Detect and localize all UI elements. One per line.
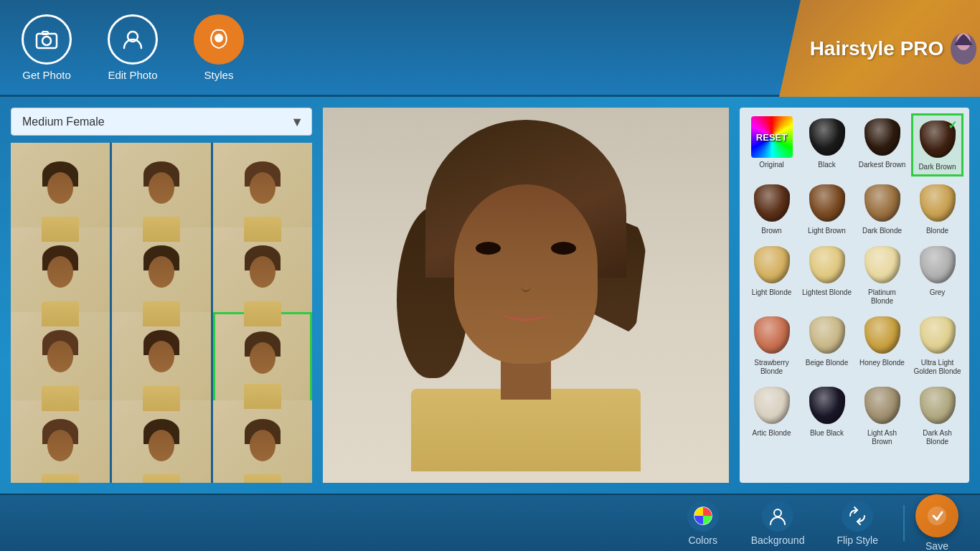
- reset-text: RESET: [756, 132, 787, 143]
- nav-styles[interactable]: Styles: [194, 14, 244, 81]
- color-name-honey-blonde: Honey Blonde: [859, 359, 905, 367]
- color-name-artic-blonde: Artic Blonde: [753, 429, 791, 438]
- color-item-blue-black[interactable]: Blue Black: [801, 382, 853, 449]
- color-name-brown: Brown: [761, 227, 781, 235]
- color-item-original[interactable]: RESETOriginal: [745, 113, 798, 176]
- hair-shape-beige-blonde: [809, 316, 845, 354]
- hair-shape-blonde: [920, 184, 956, 222]
- color-name-ultra-light-golden-blonde: Ultra Light Golden Blonde: [913, 359, 962, 376]
- color-name-black: Black: [818, 161, 835, 169]
- color-item-blonde[interactable]: Blonde: [911, 179, 963, 238]
- bottom-divider: [903, 505, 905, 541]
- nav-get-photo[interactable]: Get Photo: [22, 14, 72, 81]
- color-swatch-beige-blonde: [806, 314, 848, 356]
- colors-label: Colors: [688, 534, 717, 546]
- color-item-artic-blonde[interactable]: Artic Blonde: [745, 382, 798, 449]
- color-swatch-lightest-blonde: [806, 244, 848, 286]
- save-label: Save: [925, 540, 948, 551]
- color-item-dark-brown[interactable]: ✓Dark Brown: [911, 113, 963, 176]
- styles-label: Styles: [204, 69, 234, 81]
- color-item-dark-ash-blonde[interactable]: Dark Ash Blonde: [911, 382, 963, 449]
- top-navigation: Get Photo Edit Photo Styles Hairstyle PR…: [0, 0, 980, 97]
- color-item-light-brown[interactable]: Light Brown: [801, 179, 853, 238]
- color-swatch-grey: [917, 244, 958, 286]
- style-item-66[interactable]: 66: [213, 400, 312, 483]
- style-item-61[interactable]: 61: [11, 312, 110, 411]
- color-item-dark-blonde[interactable]: Dark Blonde: [856, 179, 908, 238]
- color-swatch-strawberry-blonde: [751, 314, 793, 356]
- hair-shape-strawberry-blonde: [754, 316, 790, 354]
- flip-style-icon: [842, 500, 873, 532]
- color-name-strawberry-blonde: Strawberry Blonde: [747, 359, 796, 376]
- color-name-beige-blonde: Beige Blonde: [806, 359, 849, 367]
- color-item-grey[interactable]: Grey: [911, 241, 963, 309]
- hair-shape-lightest-blonde: [809, 246, 845, 283]
- color-item-platinum-blonde[interactable]: Platinum Blonde: [856, 241, 908, 309]
- hair-shape-light-brown: [809, 184, 845, 222]
- hair-shape-blue-black: [809, 387, 845, 424]
- color-selected-check-icon: ✓: [948, 118, 957, 132]
- hair-shape-artic-blonde: [754, 387, 790, 424]
- color-swatch-light-brown: [806, 182, 848, 224]
- app-title: Hairstyle PRO: [810, 37, 944, 60]
- color-item-ultra-light-golden-blonde[interactable]: Ultra Light Golden Blonde: [911, 311, 963, 379]
- color-name-dark-blonde: Dark Blonde: [862, 227, 902, 235]
- style-item-64[interactable]: 64: [11, 400, 110, 483]
- save-button[interactable]: [915, 494, 958, 537]
- colors-button[interactable]: Colors: [673, 494, 733, 551]
- nav-edit-photo[interactable]: Edit Photo: [108, 14, 158, 81]
- color-item-darkest-brown[interactable]: Darkest Brown: [856, 113, 908, 176]
- style-grid: 5556575859606162✓646566: [11, 143, 312, 483]
- background-icon: [762, 500, 793, 532]
- color-name-grey: Grey: [930, 288, 946, 297]
- color-name-light-ash-brown: Light Ash Brown: [857, 429, 907, 446]
- style-item-62[interactable]: 62: [112, 312, 211, 411]
- color-item-black[interactable]: Black: [801, 113, 853, 176]
- color-name-light-blonde: Light Blonde: [752, 288, 792, 297]
- reset-swatch: RESET: [751, 116, 793, 158]
- styles-panel: Medium Female Short Female Long Female S…: [11, 108, 312, 483]
- hair-shape-darkest-brown: [864, 118, 900, 156]
- app-logo: Hairstyle PRO: [779, 0, 980, 97]
- color-panel: RESETOriginalBlackDarkest Brown✓Dark Bro…: [740, 108, 969, 483]
- color-item-lightest-blonde[interactable]: Lightest Blonde: [801, 241, 853, 309]
- color-item-light-blonde[interactable]: Light Blonde: [745, 241, 798, 309]
- color-swatch-blonde: [917, 182, 958, 224]
- color-swatch-darkest-brown: [862, 116, 903, 158]
- color-item-honey-blonde[interactable]: Honey Blonde: [856, 311, 908, 379]
- color-item-light-ash-brown[interactable]: Light Ash Brown: [856, 382, 908, 449]
- flip-style-label: Flip Style: [837, 534, 878, 546]
- color-name-blonde: Blonde: [926, 227, 948, 235]
- color-swatch-platinum-blonde: [862, 244, 903, 286]
- color-swatch-light-blonde: [751, 244, 793, 286]
- flip-style-button[interactable]: Flip Style: [822, 494, 892, 551]
- svg-point-4: [215, 34, 223, 42]
- hair-shape-ultra-light-golden-blonde: [920, 316, 956, 354]
- background-label: Background: [751, 534, 805, 546]
- hair-shape-brown: [754, 184, 790, 222]
- color-item-beige-blonde[interactable]: Beige Blonde: [801, 311, 853, 379]
- color-name-platinum-blonde: Platinum Blonde: [857, 288, 907, 306]
- color-item-strawberry-blonde[interactable]: Strawberry Blonde: [745, 311, 798, 379]
- color-swatch-blue-black: [806, 385, 848, 426]
- color-swatch-dark-ash-blonde: [917, 385, 958, 426]
- style-item-63[interactable]: ✓: [213, 312, 312, 411]
- styles-icon: [194, 14, 244, 65]
- hair-shape-honey-blonde: [864, 316, 900, 354]
- color-name-dark-ash-blonde: Dark Ash Blonde: [913, 429, 962, 446]
- color-item-brown[interactable]: Brown: [745, 179, 798, 238]
- hair-shape-light-blonde: [754, 246, 790, 283]
- background-button[interactable]: Background: [737, 494, 819, 551]
- color-name-light-brown: Light Brown: [808, 227, 846, 235]
- color-swatch-artic-blonde: [751, 385, 793, 426]
- style-item-65[interactable]: 65: [112, 400, 211, 483]
- color-swatch-black: [806, 116, 848, 158]
- portrait-display: [323, 108, 729, 483]
- color-swatch-dark-blonde: [862, 182, 903, 224]
- hair-shape-dark-ash-blonde: [920, 387, 956, 424]
- style-category-select[interactable]: Medium Female Short Female Long Female S…: [11, 108, 312, 136]
- hair-shape-platinum-blonde: [864, 246, 900, 283]
- color-swatch-ultra-light-golden-blonde: [917, 314, 958, 356]
- color-grid: RESETOriginalBlackDarkest Brown✓Dark Bro…: [745, 113, 963, 449]
- edit-photo-icon: [108, 14, 158, 65]
